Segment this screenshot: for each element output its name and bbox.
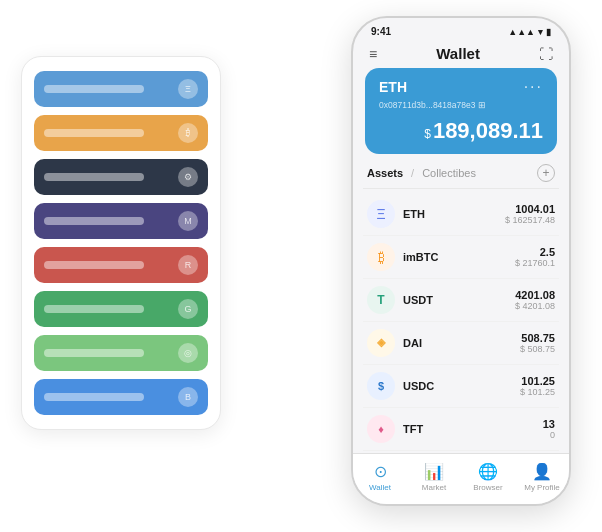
assets-header: Assets / Collectibes + (353, 164, 569, 188)
eth-icon: Ξ (367, 200, 395, 228)
left-panel: Ξ ₿ ⚙ M R G ◎ B (21, 56, 221, 430)
asset-values: 13 0 (543, 418, 555, 440)
card-bar (44, 349, 144, 357)
asset-values: 4201.08 $ 4201.08 (515, 289, 555, 311)
table-row[interactable]: ₿ imBTC 2.5 $ 21760.1 (363, 236, 559, 279)
dai-icon: ◈ (367, 329, 395, 357)
asset-values: 101.25 $ 101.25 (520, 375, 555, 397)
page-title: Wallet (436, 45, 480, 62)
divider (363, 188, 559, 189)
list-item[interactable]: G (34, 291, 208, 327)
asset-name: USDC (403, 380, 520, 392)
list-item[interactable]: M (34, 203, 208, 239)
phone-mockup: 9:41 ▲▲▲ ▾ ▮ ≡ Wallet ⛶ ETH ··· 0x08711d… (351, 16, 571, 506)
table-row[interactable]: T USDT 4201.08 $ 4201.08 (363, 279, 559, 322)
eth-card-amount: $189,089.11 (379, 118, 543, 144)
sidebar-item-browser[interactable]: 🌐 Browser (461, 462, 515, 492)
asset-usd: $ 162517.48 (505, 215, 555, 225)
asset-amount: 2.5 (515, 246, 555, 258)
table-row[interactable]: $ USDC 101.25 $ 101.25 (363, 365, 559, 408)
list-item[interactable]: B (34, 379, 208, 415)
asset-name: DAI (403, 337, 520, 349)
asset-usd: $ 4201.08 (515, 301, 555, 311)
market-nav-icon: 📊 (424, 462, 444, 481)
sidebar-item-market[interactable]: 📊 Market (407, 462, 461, 492)
imbtc-icon: ₿ (367, 243, 395, 271)
card-icon: Ξ (178, 79, 198, 99)
tab-separator: / (411, 167, 414, 179)
list-item[interactable]: Ξ (34, 71, 208, 107)
market-nav-label: Market (422, 483, 446, 492)
card-icon: B (178, 387, 198, 407)
add-asset-button[interactable]: + (537, 164, 555, 182)
asset-usd: $ 508.75 (520, 344, 555, 354)
scene: Ξ ₿ ⚙ M R G ◎ B (21, 16, 581, 516)
usdt-icon: T (367, 286, 395, 314)
asset-amount: 4201.08 (515, 289, 555, 301)
card-icon: ◎ (178, 343, 198, 363)
asset-amount: 101.25 (520, 375, 555, 387)
list-item[interactable]: ⚙ (34, 159, 208, 195)
card-icon: M (178, 211, 198, 231)
wallet-nav-icon: ⊙ (374, 462, 387, 481)
list-item[interactable]: ◎ (34, 335, 208, 371)
profile-nav-label: My Profile (524, 483, 560, 492)
eth-card-title: ETH (379, 79, 407, 95)
eth-card[interactable]: ETH ··· 0x08711d3b...8418a78e3 ⊞ $189,08… (365, 68, 557, 154)
wallet-nav-label: Wallet (369, 483, 391, 492)
card-bar (44, 85, 144, 93)
eth-card-top: ETH ··· (379, 78, 543, 96)
table-row[interactable]: ◈ DAI 508.75 $ 508.75 (363, 322, 559, 365)
asset-values: 2.5 $ 21760.1 (515, 246, 555, 268)
card-icon: R (178, 255, 198, 275)
table-row[interactable]: ♦ TFT 13 0 (363, 408, 559, 451)
card-bar (44, 173, 144, 181)
eth-card-value: 189,089.11 (433, 118, 543, 143)
asset-list: Ξ ETH 1004.01 $ 162517.48 ₿ imBTC 2.5 $ … (353, 193, 569, 454)
asset-usd: $ 101.25 (520, 387, 555, 397)
asset-values: 1004.01 $ 162517.48 (505, 203, 555, 225)
menu-icon[interactable]: ≡ (369, 46, 377, 62)
battery-icon: ▮ (546, 27, 551, 37)
browser-nav-label: Browser (473, 483, 502, 492)
asset-usd: $ 21760.1 (515, 258, 555, 268)
usdc-icon: $ (367, 372, 395, 400)
card-icon: ₿ (178, 123, 198, 143)
sidebar-item-wallet[interactable]: ⊙ Wallet (353, 462, 407, 492)
asset-name: ETH (403, 208, 505, 220)
expand-icon[interactable]: ⛶ (539, 46, 553, 62)
profile-nav-icon: 👤 (532, 462, 552, 481)
eth-card-menu[interactable]: ··· (524, 78, 543, 96)
signal-icon: ▲▲▲ (508, 27, 535, 37)
table-row[interactable]: Ξ ETH 1004.01 $ 162517.48 (363, 193, 559, 236)
status-bar: 9:41 ▲▲▲ ▾ ▮ (353, 18, 569, 41)
eth-card-currency: $ (424, 127, 431, 141)
card-bar (44, 129, 144, 137)
card-icon: ⚙ (178, 167, 198, 187)
asset-usd: 0 (543, 430, 555, 440)
asset-amount: 508.75 (520, 332, 555, 344)
wifi-icon: ▾ (538, 27, 543, 37)
asset-values: 508.75 $ 508.75 (520, 332, 555, 354)
asset-name: TFT (403, 423, 543, 435)
asset-amount: 1004.01 (505, 203, 555, 215)
tft-icon: ♦ (367, 415, 395, 443)
asset-name: imBTC (403, 251, 515, 263)
nav-bar: ≡ Wallet ⛶ (353, 41, 569, 68)
asset-amount: 13 (543, 418, 555, 430)
list-item[interactable]: ₿ (34, 115, 208, 151)
card-bar (44, 393, 144, 401)
tab-collectibles[interactable]: Collectibes (422, 167, 476, 179)
card-icon: G (178, 299, 198, 319)
tab-assets[interactable]: Assets (367, 167, 403, 179)
card-bar (44, 305, 144, 313)
bottom-nav: ⊙ Wallet 📊 Market 🌐 Browser 👤 My Profile (353, 453, 569, 504)
asset-name: USDT (403, 294, 515, 306)
browser-nav-icon: 🌐 (478, 462, 498, 481)
list-item[interactable]: R (34, 247, 208, 283)
status-icons: ▲▲▲ ▾ ▮ (508, 27, 551, 37)
status-time: 9:41 (371, 26, 391, 37)
card-bar (44, 217, 144, 225)
card-bar (44, 261, 144, 269)
sidebar-item-profile[interactable]: 👤 My Profile (515, 462, 569, 492)
